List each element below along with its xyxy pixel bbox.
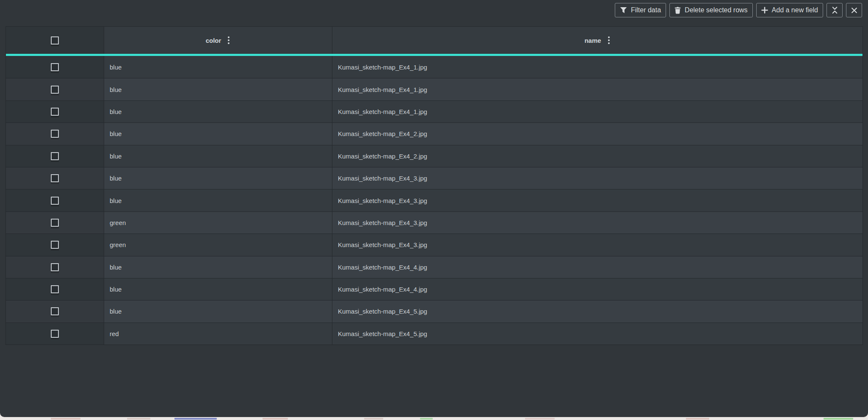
cell-color[interactable]: blue [104, 101, 332, 122]
table-row[interactable]: blue Kumasi_sketch-map_Ex4_2.jpg [6, 145, 862, 167]
page-smudge [51, 418, 80, 420]
page-smudge [263, 418, 288, 420]
checkbox-cell [6, 78, 104, 100]
cell-name[interactable]: Kumasi_sketch-map_Ex4_5.jpg [332, 300, 862, 322]
row-checkbox[interactable] [51, 197, 59, 205]
row-checkbox[interactable] [51, 263, 59, 271]
cell-color[interactable]: blue [104, 189, 332, 211]
collapse-button[interactable] [827, 3, 843, 17]
table-row[interactable]: blue Kumasi_sketch-map_Ex4_4.jpg [6, 256, 862, 278]
table-row[interactable]: blue Kumasi_sketch-map_Ex4_1.jpg [6, 100, 862, 122]
delete-selected-rows-button[interactable]: Delete selected rows [669, 3, 753, 17]
cell-name[interactable]: Kumasi_sketch-map_Ex4_5.jpg [332, 323, 862, 345]
table-row[interactable]: green Kumasi_sketch-map_Ex4_3.jpg [6, 234, 862, 256]
table-header-row: color name [6, 27, 862, 54]
page-smudge [420, 418, 433, 420]
cell-name[interactable]: Kumasi_sketch-map_Ex4_1.jpg [332, 78, 862, 100]
cell-color[interactable]: blue [104, 56, 332, 78]
row-checkbox[interactable] [51, 307, 59, 315]
add-new-field-button[interactable]: Add a new field [756, 3, 823, 17]
cell-color[interactable]: blue [104, 78, 332, 100]
page-link-smudge [174, 418, 217, 420]
row-checkbox[interactable] [51, 174, 59, 182]
checkbox-cell [6, 167, 104, 189]
trash-icon [674, 7, 681, 14]
row-checkbox[interactable] [51, 219, 59, 227]
row-checkbox[interactable] [51, 86, 59, 94]
funnel-icon [620, 7, 627, 14]
checkbox-cell [6, 323, 104, 345]
data-manager-modal: Filter data Delete selected rows Add a n… [0, 0, 868, 417]
cell-color[interactable]: blue [104, 145, 332, 167]
checkbox-cell [6, 278, 104, 300]
cell-color[interactable]: green [104, 212, 332, 234]
cell-color[interactable]: blue [104, 300, 332, 322]
column-header-name[interactable]: name [332, 27, 862, 54]
cell-color[interactable]: green [104, 234, 332, 256]
row-checkbox[interactable] [51, 108, 59, 116]
select-all-checkbox[interactable] [51, 36, 59, 45]
cell-name[interactable]: Kumasi_sketch-map_Ex4_3.jpg [332, 189, 862, 211]
row-checkbox[interactable] [51, 63, 59, 71]
close-button[interactable] [846, 3, 862, 17]
color-column-label: color [206, 37, 221, 44]
row-checkbox[interactable] [51, 241, 59, 249]
checkbox-cell [6, 145, 104, 167]
cell-name[interactable]: Kumasi_sketch-map_Ex4_2.jpg [332, 145, 862, 167]
checkbox-cell [6, 234, 104, 256]
table-row[interactable]: blue Kumasi_sketch-map_Ex4_2.jpg [6, 122, 862, 145]
checkbox-cell [6, 123, 104, 145]
close-icon [851, 7, 857, 14]
column-header-color[interactable]: color [104, 27, 332, 54]
table-row[interactable]: blue Kumasi_sketch-map_Ex4_1.jpg [6, 78, 862, 100]
row-checkbox[interactable] [51, 330, 59, 338]
checkbox-cell [6, 212, 104, 234]
select-all-cell [6, 27, 104, 54]
table-row[interactable]: blue Kumasi_sketch-map_Ex4_1.jpg [6, 56, 862, 78]
cell-name[interactable]: Kumasi_sketch-map_Ex4_3.jpg [332, 167, 862, 189]
checkbox-cell [6, 101, 104, 122]
add-new-field-label: Add a new field [772, 7, 818, 14]
page-smudge [686, 418, 709, 420]
cell-color[interactable]: blue [104, 167, 332, 189]
page-smudge [127, 418, 150, 420]
filter-data-label: Filter data [631, 7, 661, 14]
cell-name[interactable]: Kumasi_sketch-map_Ex4_3.jpg [332, 234, 862, 256]
cell-color[interactable]: blue [104, 278, 332, 300]
cell-name[interactable]: Kumasi_sketch-map_Ex4_1.jpg [332, 56, 862, 78]
cell-color[interactable]: blue [104, 256, 332, 278]
name-column-label: name [584, 37, 601, 44]
table-row[interactable]: blue Kumasi_sketch-map_Ex4_5.jpg [6, 300, 862, 322]
table-row[interactable]: blue Kumasi_sketch-map_Ex4_3.jpg [6, 189, 862, 211]
cell-name[interactable]: Kumasi_sketch-map_Ex4_1.jpg [332, 101, 862, 122]
filter-data-button[interactable]: Filter data [615, 3, 666, 17]
page-smudge [364, 418, 383, 420]
page-smudge [824, 418, 853, 420]
cell-name[interactable]: Kumasi_sketch-map_Ex4_3.jpg [332, 212, 862, 234]
checkbox-cell [6, 300, 104, 322]
toolbar: Filter data Delete selected rows Add a n… [615, 3, 862, 17]
cell-name[interactable]: Kumasi_sketch-map_Ex4_4.jpg [332, 278, 862, 300]
row-checkbox[interactable] [51, 152, 59, 160]
name-column-menu-icon[interactable] [607, 36, 611, 45]
checkbox-cell [6, 256, 104, 278]
table-row[interactable]: blue Kumasi_sketch-map_Ex4_4.jpg [6, 278, 862, 300]
delete-selected-rows-label: Delete selected rows [685, 7, 748, 14]
cell-name[interactable]: Kumasi_sketch-map_Ex4_4.jpg [332, 256, 862, 278]
cell-color[interactable]: blue [104, 123, 332, 145]
plus-icon [761, 7, 768, 14]
checkbox-cell [6, 189, 104, 211]
collapse-icon [831, 6, 838, 14]
color-column-menu-icon[interactable] [227, 36, 230, 45]
cell-name[interactable]: Kumasi_sketch-map_Ex4_2.jpg [332, 123, 862, 145]
page-smudge [525, 418, 555, 420]
table-row[interactable]: blue Kumasi_sketch-map_Ex4_3.jpg [6, 167, 862, 189]
cell-color[interactable]: red [104, 323, 332, 345]
table-row[interactable]: red Kumasi_sketch-map_Ex4_5.jpg [6, 323, 862, 345]
row-checkbox[interactable] [51, 285, 59, 293]
row-checkbox[interactable] [51, 130, 59, 138]
table-body: blue Kumasi_sketch-map_Ex4_1.jpg blue Ku… [6, 56, 862, 345]
data-table: color name blue Kumasi_sketch-map_Ex4_1.… [6, 26, 863, 345]
checkbox-cell [6, 56, 104, 78]
table-row[interactable]: green Kumasi_sketch-map_Ex4_3.jpg [6, 211, 862, 234]
